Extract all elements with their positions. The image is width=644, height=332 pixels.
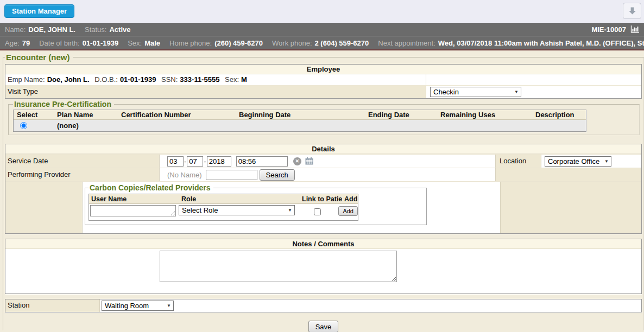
notes-body bbox=[5, 249, 641, 293]
col-beginning-date: Beginning Date bbox=[236, 110, 365, 119]
emp-ssn-value: 333-11-5555 bbox=[180, 75, 219, 84]
status-label: Status: bbox=[85, 25, 106, 34]
download-button[interactable] bbox=[623, 3, 641, 19]
emp-name-label: Emp Name: bbox=[8, 75, 45, 84]
emp-dob-label: D.O.B.: bbox=[94, 75, 118, 84]
patient-name-bar: Name: DOE, JOHN L. Status: Active MIE-10… bbox=[0, 23, 644, 36]
employee-section: Employee Emp Name:Doe, John L. D.O.B.:01… bbox=[5, 64, 642, 99]
carbon-copies-left-filler bbox=[5, 182, 83, 233]
home-phone-label: Home phone: bbox=[169, 39, 212, 47]
chevron-down-icon bbox=[604, 159, 609, 164]
col-link-to-patient: Link to Patient bbox=[300, 194, 342, 203]
carbon-copies-input-row: Select Role Add bbox=[89, 204, 358, 220]
date-separator: - bbox=[184, 157, 186, 165]
visit-type-select[interactable]: Checkin bbox=[430, 87, 521, 97]
details-section: Details Service Date - - bbox=[5, 144, 642, 234]
sex-value: Male bbox=[144, 39, 160, 47]
col-add: Add bbox=[342, 194, 358, 203]
details-right-filler bbox=[495, 168, 641, 181]
provider-no-name: (No Name) bbox=[167, 171, 202, 179]
age-value: 79 bbox=[22, 39, 30, 47]
emp-sex-label: Sex: bbox=[225, 75, 239, 84]
dob-label: Date of birth: bbox=[39, 39, 79, 47]
details-right-filler bbox=[500, 182, 641, 233]
col-ending-date: Ending Date bbox=[365, 110, 437, 119]
carbon-copies-legend: Carbon Copies/Related Providers bbox=[89, 183, 213, 192]
col-user-name: User Name bbox=[89, 194, 179, 203]
cc-user-name-input[interactable] bbox=[90, 205, 176, 216]
clear-date-icon[interactable] bbox=[293, 157, 301, 165]
calendar-icon[interactable] bbox=[305, 157, 313, 165]
carbon-copies-table: User Name Role Link to Patient Add bbox=[89, 194, 358, 221]
insurance-precert-fieldset: Insurance Pre-Certification Select Plan … bbox=[8, 100, 640, 135]
divider bbox=[0, 49, 644, 50]
station-row: Station Waiting Room bbox=[5, 299, 641, 312]
employee-header: Employee bbox=[5, 65, 641, 74]
patient-demographics-bar: Age: 79 Date of birth: 01-01-1939 Sex: M… bbox=[0, 36, 644, 49]
service-date-year-input[interactable] bbox=[207, 156, 231, 167]
download-icon bbox=[628, 7, 637, 16]
visit-type-cell: Checkin bbox=[426, 86, 641, 98]
carbon-copies-fieldset: Carbon Copies/Related Providers User Nam… bbox=[85, 183, 427, 225]
patient-name: DOE, JOHN L. bbox=[28, 25, 75, 34]
save-row: Save bbox=[5, 321, 642, 332]
carbon-copies-row: Carbon Copies/Related Providers User Nam… bbox=[5, 181, 641, 233]
col-plan-name: Plan Name bbox=[54, 110, 118, 119]
visit-type-row: Visit Type Checkin bbox=[5, 86, 641, 98]
notes-header: Notes / Comments bbox=[5, 239, 641, 249]
location-cell: Corporate Office bbox=[541, 155, 641, 168]
chevron-down-icon bbox=[514, 90, 519, 94]
work-phone-label: Work phone: bbox=[272, 39, 312, 47]
location-select[interactable]: Corporate Office bbox=[545, 156, 611, 167]
precert-select-radio[interactable] bbox=[20, 122, 27, 129]
col-remaining-uses: Remaining Uses bbox=[437, 110, 532, 119]
next-appointment-label: Next appointment: bbox=[378, 39, 435, 47]
next-appointment-value: Wed, 03/07/2018 11:00am with Ashish Pate… bbox=[438, 39, 644, 47]
service-time-input[interactable] bbox=[236, 156, 288, 167]
emp-sex-value: M bbox=[241, 75, 247, 84]
station-manager-button[interactable]: Station Manager bbox=[4, 4, 74, 18]
cc-link-to-patient-checkbox[interactable] bbox=[314, 208, 321, 215]
encounter-legend: Encounter (new) bbox=[5, 53, 73, 62]
home-phone-value: (260) 459-6270 bbox=[214, 39, 263, 47]
chevron-down-icon bbox=[288, 208, 292, 213]
precert-table: Select Plan Name Certification Number Be… bbox=[13, 110, 586, 132]
chevron-down-icon bbox=[167, 303, 171, 308]
provider-search-button[interactable]: Search bbox=[260, 169, 295, 181]
encounter-fieldset: Encounter (new) Employee Emp Name:Doe, J… bbox=[3, 53, 644, 330]
insurance-precert-legend: Insurance Pre-Certification bbox=[13, 100, 114, 108]
precert-table-header: Select Plan Name Certification Number Be… bbox=[14, 110, 586, 120]
station-cell: Waiting Room bbox=[100, 299, 641, 312]
cc-role-select[interactable]: Select Role bbox=[179, 205, 295, 215]
notes-section: Notes / Comments bbox=[5, 239, 642, 294]
notes-textarea[interactable] bbox=[160, 251, 397, 282]
sex-label: Sex: bbox=[128, 39, 142, 47]
performing-provider-label: Performing Provider bbox=[5, 168, 160, 181]
emp-ssn-label: SSN: bbox=[161, 75, 178, 84]
location-selected-value: Corporate Office bbox=[548, 157, 599, 165]
col-role: Role bbox=[179, 194, 300, 203]
main-content: Encounter (new) Employee Emp Name:Doe, J… bbox=[0, 53, 644, 332]
dob-value: 01-01-1939 bbox=[83, 39, 119, 47]
carbon-copies-cell: Carbon Copies/Related Providers User Nam… bbox=[83, 182, 500, 233]
patient-chart-button[interactable] bbox=[630, 25, 639, 33]
cc-add-button[interactable]: Add bbox=[338, 206, 358, 216]
top-toolbar: Station Manager bbox=[0, 0, 644, 23]
cc-role-selected-value: Select Role bbox=[182, 206, 218, 214]
station-selected-value: Waiting Room bbox=[105, 302, 149, 310]
service-date-day-input[interactable] bbox=[187, 156, 203, 167]
col-select: Select bbox=[14, 110, 54, 119]
save-button[interactable]: Save bbox=[308, 321, 339, 332]
date-separator: - bbox=[204, 157, 206, 165]
employee-info-row: Emp Name:Doe, John L. D.O.B.:01-01-1939 … bbox=[5, 74, 641, 86]
precert-plan-name: (none) bbox=[54, 122, 118, 130]
station-label: Station bbox=[5, 299, 100, 312]
station-select[interactable]: Waiting Room bbox=[102, 301, 174, 311]
service-date-month-input[interactable] bbox=[167, 156, 184, 167]
location-label: Location bbox=[495, 155, 541, 168]
age-label: Age: bbox=[5, 39, 20, 47]
emp-name-value: Doe, John L. bbox=[47, 75, 90, 84]
provider-search-input[interactable] bbox=[206, 170, 257, 180]
service-date-row: Service Date - - Location bbox=[5, 154, 641, 168]
col-certification-number: Certification Number bbox=[118, 110, 236, 119]
